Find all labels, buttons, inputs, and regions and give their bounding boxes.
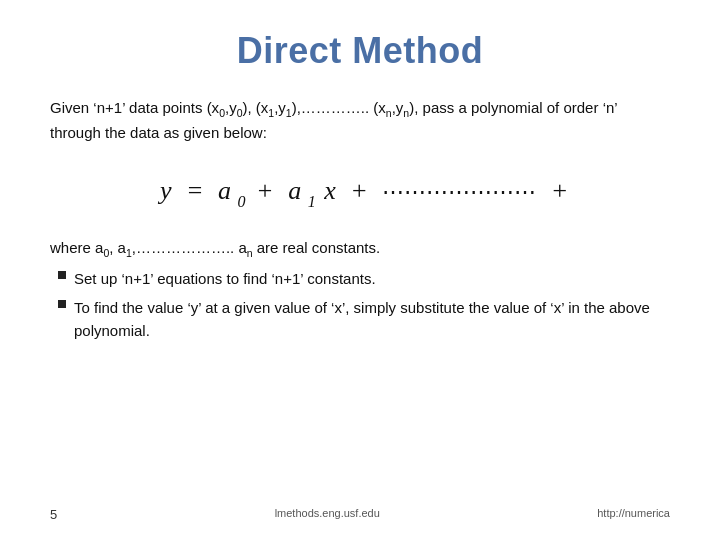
footer-link: http://numerica: [597, 507, 670, 522]
footer-url: lmethods.eng.usf.edu: [275, 507, 380, 522]
slide-footer: 5 lmethods.eng.usf.edu http://numerica: [0, 507, 720, 522]
bullet-text-2: To find the value ‘y’ at a given value o…: [74, 296, 670, 343]
bullet-icon-2: [58, 300, 66, 308]
intro-paragraph: Given ‘n+1’ data points (x0,y0), (x1,y1)…: [50, 96, 670, 145]
bullet-item-2: To find the value ‘y’ at a given value o…: [58, 296, 670, 343]
constants-line: where a0, a1,……………….. an are real consta…: [50, 236, 670, 262]
svg-text:y
        =
        a
        : y = a 0 + a 1 x + ⋯⋯⋯⋯⋯⋯⋯ + a n x n .: [157, 166, 570, 213]
bullet-icon-1: [58, 271, 66, 279]
formula-display: y = a 0 + a 1 x + ⋯⋯⋯⋯⋯⋯⋯ + a n x n .: [50, 161, 670, 216]
bullet-item-1: Set up ‘n+1’ equations to find ‘n+1’ con…: [58, 267, 670, 290]
slide-title: Direct Method: [50, 30, 670, 72]
slide: Direct Method Given ‘n+1’ data points (x…: [0, 0, 720, 540]
bullet-points: Set up ‘n+1’ equations to find ‘n+1’ con…: [58, 267, 670, 342]
bullet-text-1: Set up ‘n+1’ equations to find ‘n+1’ con…: [74, 267, 376, 290]
page-number: 5: [50, 507, 57, 522]
